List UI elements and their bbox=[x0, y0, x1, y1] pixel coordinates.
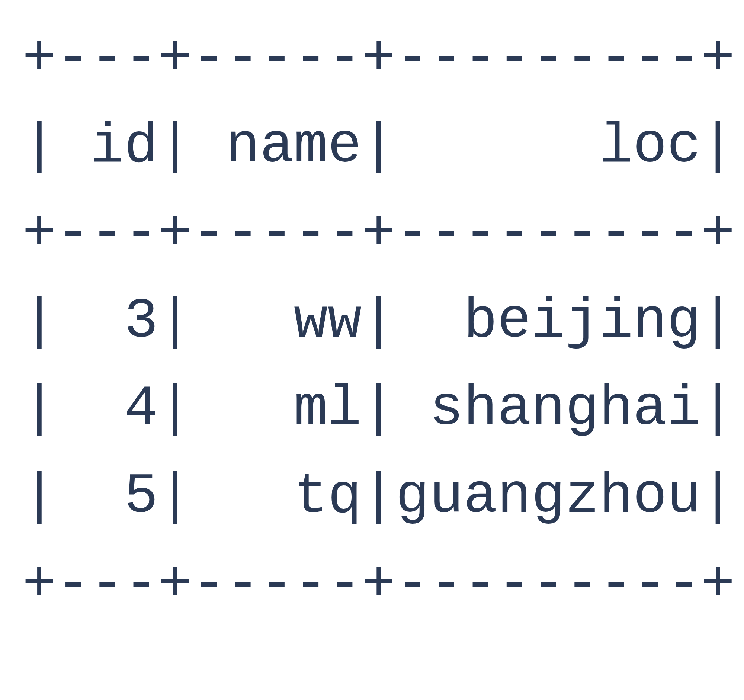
table-row: | 5| tq|guangzhou| bbox=[22, 465, 735, 529]
table-border-mid: +---+-----+---------+ bbox=[22, 202, 735, 266]
table-border-bottom: +---+-----+---------+ bbox=[22, 552, 735, 617]
table-row: | 4| ml| shanghai| bbox=[22, 377, 735, 441]
table-row: | 3| ww| beijing| bbox=[22, 289, 735, 354]
table-header-row: | id| name| loc| bbox=[22, 114, 735, 178]
ascii-table: +---+-----+---------+ | id| name| loc| +… bbox=[0, 0, 744, 643]
table-border-top: +---+-----+---------+ bbox=[22, 27, 735, 91]
